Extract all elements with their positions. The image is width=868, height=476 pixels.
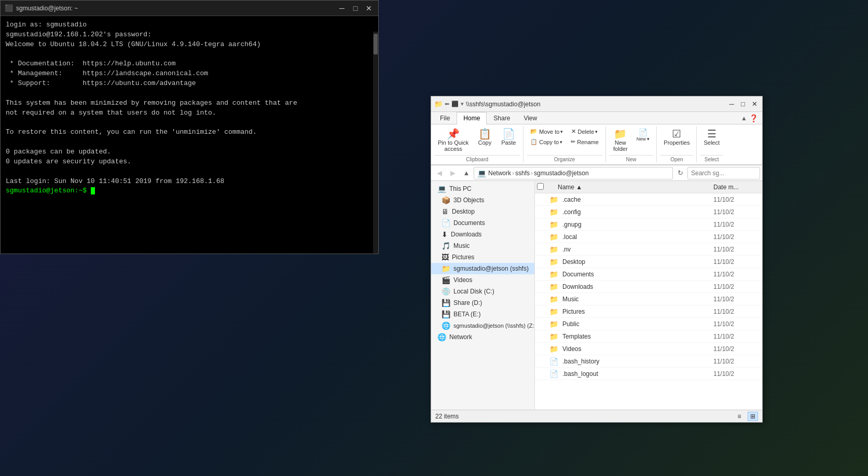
up-button[interactable]: ▲ bbox=[460, 167, 473, 179]
file-item-config[interactable]: 📁 .config 11/10/2 bbox=[535, 206, 762, 218]
nav-item-videos[interactable]: 🎬 Videos bbox=[431, 274, 534, 286]
terminal-maximize-button[interactable]: □ bbox=[350, 3, 361, 13]
nav-item-beta-e-label: BETA (E:) bbox=[453, 311, 480, 318]
file-item-videos-folder[interactable]: 📁 Videos 11/10/2 bbox=[535, 343, 762, 355]
select-icon: ☰ bbox=[707, 129, 717, 139]
refresh-button[interactable]: ↻ bbox=[674, 167, 686, 179]
move-to-button[interactable]: 📂 Move to ▾ bbox=[527, 127, 567, 136]
path-network[interactable]: Network bbox=[488, 170, 511, 177]
file-item-bash-history[interactable]: 📄 .bash_history 11/10/2 bbox=[535, 355, 762, 368]
path-sshfs[interactable]: sshfs bbox=[515, 170, 530, 177]
terminal-scrollbar[interactable] bbox=[373, 32, 378, 254]
terminal-body[interactable]: login as: sgmustadio sgmustadio@192.168.… bbox=[1, 16, 378, 254]
file-item-public-folder[interactable]: 📁 Public 11/10/2 bbox=[535, 318, 762, 330]
terminal-scrollbar-thumb[interactable] bbox=[374, 34, 378, 54]
nav-item-desktop[interactable]: 🖥 Desktop bbox=[431, 206, 534, 217]
beta-e-icon: 💾 bbox=[442, 310, 450, 318]
videos-icon: 🎬 bbox=[442, 276, 450, 284]
move-to-dropdown-icon: ▾ bbox=[560, 129, 563, 134]
nav-item-downloads[interactable]: ⬇ Downloads bbox=[431, 229, 534, 240]
properties-button[interactable]: ☑ Properties bbox=[660, 127, 693, 154]
nav-item-share-d-label: Share (D:) bbox=[453, 299, 482, 306]
ribbon-tab-file[interactable]: File bbox=[433, 112, 457, 124]
select-all-checkbox[interactable] bbox=[537, 183, 544, 190]
file-date-documents: 11/10/2 bbox=[713, 271, 760, 278]
network-icon: 🌐 bbox=[437, 333, 446, 341]
rename-label: Rename bbox=[577, 139, 599, 145]
copy-to-button[interactable]: 📋 Copy to ▾ bbox=[527, 137, 566, 147]
header-date-modified[interactable]: Date m... bbox=[713, 184, 760, 191]
nav-item-share-d[interactable]: 💾 Share (D:) bbox=[431, 297, 534, 309]
file-item-local[interactable]: 📁 .local 11/10/2 bbox=[535, 231, 762, 243]
new-item-button[interactable]: 📄 New ▾ bbox=[633, 127, 654, 154]
file-item-cache[interactable]: 📁 .cache 11/10/2 bbox=[535, 193, 762, 206]
file-name-bash-history: .bash_history bbox=[562, 358, 711, 365]
nav-item-documents-label: Documents bbox=[453, 219, 485, 227]
nav-item-music[interactable]: 🎵 Music bbox=[431, 240, 534, 251]
local-disk-icon: 💿 bbox=[442, 287, 450, 296]
explorer-close-button[interactable]: ✕ bbox=[750, 100, 759, 109]
new-buttons: 📁 Newfolder 📄 New ▾ bbox=[609, 127, 654, 154]
back-button[interactable]: ◀ bbox=[433, 167, 446, 179]
pin-to-quick-access-button[interactable]: 📌 Pin to Quickaccess bbox=[434, 127, 472, 154]
explorer-body: 💻 This PC 📦 3D Objects 🖥 Desktop 📄 Docum… bbox=[431, 181, 762, 410]
file-item-bash-logout[interactable]: 📄 .bash_logout 11/10/2 bbox=[535, 368, 762, 380]
new-folder-icon: 📁 bbox=[614, 129, 627, 139]
pin-label: Pin to Quickaccess bbox=[438, 139, 469, 152]
address-bar: ◀ ▶ ▲ 💻 Network › sshfs › sgmustadio@jet… bbox=[431, 165, 762, 181]
nav-item-sshfs-z[interactable]: 🌐 sgmustadio@jetson (\\sshfs) (Z:) bbox=[431, 320, 534, 331]
terminal-title: sgmustadio@jetson: ~ bbox=[16, 5, 334, 12]
nav-item-3d-objects[interactable]: 📦 3D Objects bbox=[431, 194, 534, 206]
ribbon-tab-view[interactable]: View bbox=[517, 112, 544, 124]
explorer-small-icon-3: ▾ bbox=[461, 101, 464, 107]
nav-item-sshfs[interactable]: 📁 sgmustadio@jetson (sshfs) bbox=[431, 263, 534, 274]
nav-item-beta-e[interactable]: 💾 BETA (E:) bbox=[431, 309, 534, 320]
nav-item-network[interactable]: 🌐 Network bbox=[431, 331, 534, 343]
new-folder-button[interactable]: 📁 Newfolder bbox=[609, 127, 632, 154]
explorer-minimize-button[interactable]: ─ bbox=[727, 100, 736, 109]
details-view-button[interactable]: ≡ bbox=[734, 412, 745, 421]
file-item-documents-folder[interactable]: 📁 Documents 11/10/2 bbox=[535, 268, 762, 281]
delete-button[interactable]: ✕ Delete ▾ bbox=[568, 127, 601, 136]
large-icons-view-button[interactable]: ⊞ bbox=[748, 412, 758, 421]
file-item-music-folder[interactable]: 📁 Music 11/10/2 bbox=[535, 293, 762, 305]
forward-button[interactable]: ▶ bbox=[447, 167, 459, 179]
file-date-cache: 11/10/2 bbox=[713, 196, 760, 203]
address-path[interactable]: 💻 Network › sshfs › sgmustadio@jetson bbox=[474, 167, 673, 179]
file-item-nv[interactable]: 📁 .nv 11/10/2 bbox=[535, 243, 762, 256]
file-name-desktop: Desktop bbox=[562, 258, 711, 265]
file-item-pictures-folder[interactable]: 📁 Pictures 11/10/2 bbox=[535, 305, 762, 318]
rename-icon: ✏ bbox=[571, 138, 575, 145]
copy-to-label: Copy to bbox=[539, 139, 559, 145]
ribbon-expand-icon[interactable]: ▲ bbox=[741, 115, 747, 122]
ribbon-tab-home[interactable]: Home bbox=[457, 112, 487, 124]
terminal-minimize-button[interactable]: ─ bbox=[337, 3, 347, 13]
nav-item-music-label: Music bbox=[453, 242, 470, 249]
header-name[interactable]: Name ▲ bbox=[547, 184, 713, 191]
ribbon-tab-share[interactable]: Share bbox=[487, 112, 517, 124]
file-item-gnupg[interactable]: 📁 .gnupg 11/10/2 bbox=[535, 218, 762, 231]
ribbon-content: 📌 Pin to Quickaccess 📋 Copy 📄 Paste Clip… bbox=[431, 124, 762, 165]
search-input[interactable] bbox=[687, 167, 760, 179]
nav-item-this-pc[interactable]: 💻 This PC bbox=[431, 183, 534, 194]
status-bar: 22 items ≡ ⊞ bbox=[431, 410, 762, 422]
file-item-desktop-folder[interactable]: 📁 Desktop 11/10/2 bbox=[535, 256, 762, 268]
file-item-templates-folder[interactable]: 📁 Templates 11/10/2 bbox=[535, 330, 762, 343]
ribbon-group-new: 📁 Newfolder 📄 New ▾ New bbox=[609, 127, 657, 162]
select-buttons: ☰ Select bbox=[700, 127, 723, 154]
select-button[interactable]: ☰ Select bbox=[700, 127, 723, 154]
nav-item-pictures[interactable]: 🖼 Pictures bbox=[431, 251, 534, 263]
ribbon-help-icon[interactable]: ❓ bbox=[749, 114, 758, 122]
terminal-close-button[interactable]: ✕ bbox=[364, 3, 374, 13]
file-name-documents: Documents bbox=[562, 271, 711, 278]
nav-item-documents[interactable]: 📄 Documents bbox=[431, 217, 534, 229]
rename-button[interactable]: ✏ Rename bbox=[567, 137, 602, 147]
paste-button[interactable]: 📄 Paste bbox=[497, 127, 520, 154]
file-date-videos: 11/10/2 bbox=[713, 345, 760, 353]
nav-item-3d-objects-label: 3D Objects bbox=[453, 197, 484, 204]
copy-button[interactable]: 📋 Copy bbox=[473, 127, 496, 154]
nav-item-local-disk[interactable]: 💿 Local Disk (C:) bbox=[431, 286, 534, 297]
path-user[interactable]: sgmustadio@jetson bbox=[534, 170, 589, 177]
explorer-maximize-button[interactable]: □ bbox=[738, 100, 748, 109]
file-item-downloads-folder[interactable]: 📁 Downloads 11/10/2 bbox=[535, 281, 762, 293]
